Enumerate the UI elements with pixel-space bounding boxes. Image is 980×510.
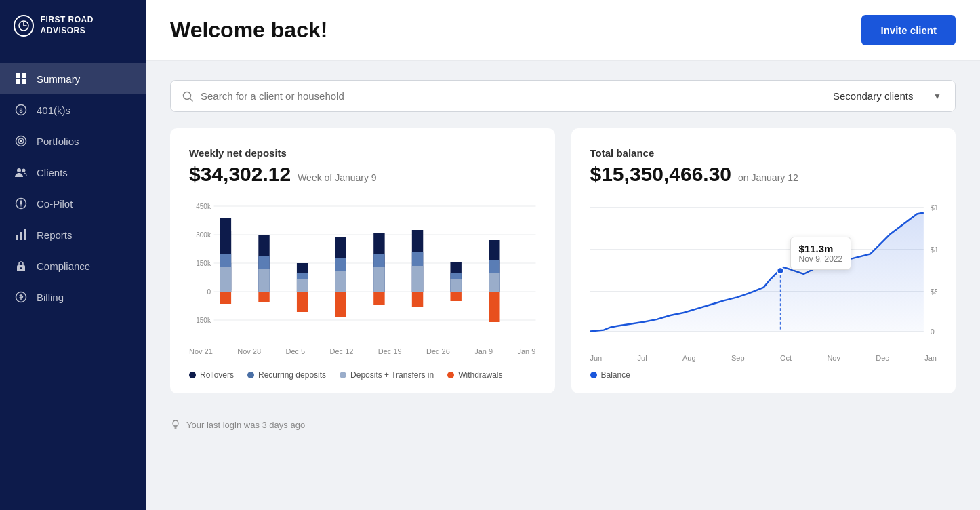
- recurring-label: Recurring deposits: [258, 370, 326, 380]
- bar-chart-area: 450k 300k 150k 0 -150k: [189, 199, 536, 362]
- brand-name: First Road Advisors: [41, 15, 132, 36]
- line-chart-svg: $15m $10m $5m 0: [590, 199, 937, 349]
- deposits-dot: [340, 372, 346, 378]
- svg-rect-41: [258, 269, 269, 292]
- svg-point-11: [22, 169, 26, 172]
- sidebar-item-copilot[interactable]: Co-Pilot: [0, 188, 146, 219]
- legend-balance: Balance: [590, 370, 630, 380]
- weekly-deposits-amount: $34,302.12: [189, 163, 291, 186]
- page-header: Welcome back! Invite client: [146, 0, 980, 61]
- svg-rect-62: [450, 292, 461, 301]
- logo-icon: [14, 15, 34, 37]
- svg-text:-150k: -150k: [194, 316, 211, 325]
- lock-icon: [14, 258, 28, 273]
- balance-label: Balance: [601, 370, 630, 380]
- sidebar-item-portfolios-label: Portfolios: [37, 136, 79, 147]
- legend-withdrawals: Withdrawals: [447, 370, 502, 380]
- svg-text:300k: 300k: [196, 231, 211, 239]
- svg-rect-4: [22, 79, 26, 84]
- sidebar-item-reports[interactable]: Reports: [0, 219, 146, 250]
- lightbulb-icon: [170, 419, 181, 430]
- svg-point-10: [17, 168, 21, 172]
- sidebar-item-billing-label: Billing: [37, 292, 64, 303]
- sidebar-item-compliance[interactable]: Compliance: [0, 250, 146, 281]
- svg-point-77: [173, 420, 178, 426]
- search-bar: Secondary clients ▼: [170, 80, 956, 112]
- invite-client-button[interactable]: Invite client: [861, 15, 956, 45]
- rollovers-label: Rollovers: [200, 370, 234, 380]
- sidebar-item-clients[interactable]: Clients: [0, 157, 146, 188]
- search-input[interactable]: [201, 81, 808, 111]
- filter-dropdown[interactable]: Secondary clients ▼: [819, 81, 955, 111]
- rollovers-dot: [189, 372, 196, 378]
- svg-text:$: $: [19, 107, 22, 114]
- svg-rect-57: [412, 266, 423, 292]
- weekly-deposits-label: Weekly net deposits: [189, 147, 536, 159]
- billing-icon: [14, 290, 28, 305]
- svg-rect-49: [335, 271, 346, 292]
- bar-chart-legend: Rollovers Recurring deposits Deposits + …: [189, 370, 536, 380]
- svg-rect-53: [373, 267, 384, 292]
- sidebar-item-reports-label: Reports: [37, 229, 73, 241]
- withdrawals-dot: [447, 372, 454, 378]
- svg-point-19: [20, 267, 22, 269]
- svg-text:450k: 450k: [196, 202, 211, 211]
- compass-icon: [14, 196, 28, 211]
- sidebar-item-401ks[interactable]: $ 401(k)s: [0, 94, 146, 125]
- bar-chart-icon: [14, 227, 28, 242]
- sidebar-item-portfolios[interactable]: Portfolios: [0, 125, 146, 157]
- chevron-down-icon: ▼: [933, 92, 941, 101]
- recurring-dot: [247, 372, 254, 378]
- svg-rect-45: [297, 279, 308, 292]
- line-chart-area: $15m $10m $5m 0: [590, 199, 937, 362]
- users-icon: [14, 165, 28, 180]
- svg-rect-54: [373, 292, 384, 305]
- svg-rect-16: [20, 232, 22, 240]
- line-chart-legend: Balance: [590, 370, 937, 380]
- total-balance-amount: $15,350,466.30: [590, 163, 732, 186]
- legend-recurring: Recurring deposits: [247, 370, 326, 380]
- nav-menu: Summary $ 401(k)s Portfolios: [0, 52, 146, 510]
- svg-rect-42: [258, 292, 269, 302]
- legend-rollovers: Rollovers: [189, 370, 234, 380]
- svg-text:$5m: $5m: [930, 288, 937, 296]
- page-content: Secondary clients ▼ Weekly net deposits …: [146, 61, 980, 453]
- sidebar-item-summary-label: Summary: [37, 73, 80, 85]
- main-content: Welcome back! Invite client Secondary cl…: [146, 0, 980, 510]
- brand-logo: First Road Advisors: [0, 0, 146, 52]
- svg-rect-66: [489, 292, 499, 322]
- balance-dot: [590, 372, 597, 378]
- svg-text:150k: 150k: [196, 259, 211, 268]
- svg-text:0: 0: [207, 288, 211, 296]
- svg-rect-2: [22, 73, 26, 78]
- sidebar-item-clients-label: Clients: [37, 167, 68, 178]
- page-title: Welcome back!: [170, 18, 327, 43]
- total-balance-label: Total balance: [590, 147, 937, 159]
- filter-label: Secondary clients: [833, 90, 913, 102]
- deposits-label: Deposits + Transfers in: [350, 370, 434, 380]
- weekly-deposits-card: Weekly net deposits $34,302.12 Week of J…: [170, 128, 555, 393]
- svg-rect-17: [24, 229, 26, 240]
- bar-chart-svg: 450k 300k 150k 0 -150k: [189, 199, 536, 342]
- svg-rect-50: [335, 292, 346, 317]
- charts-row: Weekly net deposits $34,302.12 Week of J…: [170, 128, 956, 393]
- svg-rect-1: [16, 73, 20, 78]
- search-icon: [182, 90, 194, 102]
- svg-rect-61: [450, 279, 461, 292]
- footer-login-note: Your last login was 3 days ago: [170, 410, 956, 434]
- login-note-text: Your last login was 3 days ago: [186, 420, 305, 430]
- svg-rect-38: [220, 292, 231, 304]
- svg-rect-65: [489, 273, 499, 292]
- svg-rect-46: [297, 292, 308, 312]
- svg-point-9: [20, 140, 22, 142]
- svg-rect-37: [220, 267, 231, 292]
- sidebar: First Road Advisors Summary $: [0, 0, 146, 510]
- legend-deposits: Deposits + Transfers in: [340, 370, 434, 380]
- withdrawals-label: Withdrawals: [458, 370, 502, 380]
- sidebar-item-billing[interactable]: Billing: [0, 281, 146, 313]
- sidebar-item-copilot-label: Co-Pilot: [37, 198, 73, 210]
- sidebar-item-summary[interactable]: Summary: [0, 63, 146, 94]
- svg-rect-3: [16, 79, 20, 84]
- sidebar-item-compliance-label: Compliance: [37, 260, 90, 272]
- target-icon: [14, 134, 28, 149]
